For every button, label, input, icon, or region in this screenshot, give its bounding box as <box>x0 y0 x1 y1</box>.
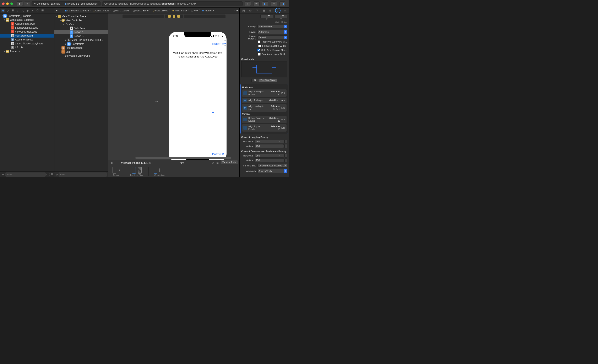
y-input[interactable]: 36▴▾ <box>274 14 287 18</box>
file-inspector-tab[interactable]: ▤ <box>241 8 246 13</box>
size-inspector-tab[interactable]: ▯ <box>275 8 281 13</box>
related-items-icon[interactable]: ⊞ <box>56 9 58 12</box>
inspector-body[interactable]: 76▴▾X 36▴▾Y Width Height ArrangePosition… <box>240 14 289 177</box>
edit-button[interactable]: Edit <box>281 118 285 121</box>
arrange-select[interactable]: Position View⇅ <box>257 25 287 28</box>
edit-button[interactable]: Edit <box>281 99 285 102</box>
x-input[interactable]: 76▴▾ <box>260 14 273 18</box>
canvas-multiline-label[interactable]: Multi-Line Text Label Filled With Some T… <box>172 51 224 58</box>
file-mainstoryboard[interactable]: ◫Main.storyboard <box>0 34 54 38</box>
attributes-inspector-tab[interactable]: ⊟ <box>268 8 272 13</box>
view-row[interactable]: ▼▢View <box>54 22 108 26</box>
toggle-inspector[interactable]: ◨ <box>280 1 286 6</box>
readable-checkbox[interactable] <box>258 45 261 47</box>
ambiguity-select[interactable]: Always Verify⇅ <box>257 169 287 173</box>
products-group[interactable]: ▶▬Products <box>0 49 54 53</box>
constraint-item-2[interactable]: ⊣ Align Trailing to:Multi-Line... Edit <box>242 98 287 103</box>
file-launchscreen[interactable]: ◫LaunchScreen.storyboard <box>0 41 54 45</box>
breakpoint-navigator-tab[interactable]: ⎔ <box>36 9 40 12</box>
seg-thissize[interactable]: This Size Class <box>258 79 277 82</box>
document-outline[interactable]: ▼▢View Controller Scene ▼◉View Controlle… <box>54 14 108 171</box>
constraint-item-5[interactable]: ⊤ Align Top to:Safe AreaEquals:13 Edit <box>242 124 287 132</box>
preserve-checkbox[interactable] <box>258 40 260 43</box>
constraint-item-4[interactable]: ⊥ Bottom Space to:Multi-Line...Equals:28… <box>242 116 287 123</box>
entrypoint-row[interactable]: →Storyboard Entry Point <box>54 54 108 58</box>
project-root[interactable]: ▼▣Constraints_Example <box>0 14 54 18</box>
constraint-item-3[interactable]: ⊢ Align Leading to:Safe Area>=Default Ed… <box>242 104 287 112</box>
hugging-v-input[interactable]: 250▾ <box>255 144 284 148</box>
seg-all[interactable]: All <box>251 79 258 82</box>
stepper[interactable]: ▴▾ <box>284 158 287 162</box>
recent-filter-icon[interactable] <box>47 173 50 176</box>
symbol-navigator-tab[interactable]: ☰ <box>11 9 15 12</box>
constraints-row[interactable]: ▶⊞Constraints <box>54 42 108 46</box>
compression-h-input[interactable]: 750▾ <box>255 154 284 158</box>
safearea-row[interactable]: ▣Safe Area <box>54 26 108 30</box>
canvas-button-b[interactable]: Button B <box>212 152 224 156</box>
test-navigator-tab[interactable]: ◆ <box>26 9 29 12</box>
help-inspector-tab[interactable]: ? <box>255 8 259 13</box>
issue-navigator-tab[interactable]: △ <box>21 9 25 12</box>
vc-row[interactable]: ▼◉View Controller <box>54 18 108 22</box>
safeguide-checkbox[interactable] <box>258 53 261 56</box>
project-tree[interactable]: ▼▣Constraints_Example ▼▬Constraints_Exam… <box>0 14 54 171</box>
stop-button[interactable]: ■ <box>24 1 30 6</box>
toggle-navigator[interactable]: ◧ <box>262 1 268 6</box>
navigator-filter-input[interactable] <box>5 172 46 177</box>
run-button[interactable]: ▶ <box>17 1 23 6</box>
interface-style-selector[interactable]: Interface Style <box>130 167 143 176</box>
stepper[interactable]: ▴▾ <box>284 144 287 148</box>
zoom-window[interactable] <box>10 2 13 5</box>
zoom-level[interactable]: 71% <box>179 162 184 164</box>
hugging-h-input[interactable]: 250▾ <box>255 140 284 143</box>
vary-for-traits-button[interactable]: Vary for Traits <box>220 160 238 164</box>
code-review-button[interactable]: ⇄ <box>253 1 259 6</box>
exit-row[interactable]: ↩Exit <box>54 50 108 54</box>
outline-filter-input[interactable] <box>58 172 107 177</box>
stepper[interactable]: ▴▾ <box>284 154 287 158</box>
firstresponder-row[interactable]: ▣First Responder <box>54 46 108 50</box>
constraint-item-1[interactable]: ⊣ Align Trailing to:Safe AreaEquals:20 E… <box>242 89 287 97</box>
history-inspector-tab[interactable]: ◷ <box>248 8 252 13</box>
file-appdelegate[interactable]: sAppDelegate.swift <box>0 22 54 26</box>
file-assets[interactable]: ▦Assets.xcassets <box>0 38 54 41</box>
minimize-window[interactable] <box>6 2 9 5</box>
zoom-out[interactable]: − <box>175 161 178 165</box>
add-button[interactable]: ＋ <box>1 172 5 177</box>
jump-bar[interactable]: ⊞ 〈 〉 ▣Constraints_Example〉 ▬Cons...ampl… <box>54 8 239 14</box>
canvas-scrollbar[interactable] <box>135 157 231 159</box>
file-infoplist[interactable]: iInfo.plist <box>0 45 54 49</box>
scene-row[interactable]: ▼▢View Controller Scene <box>54 14 108 18</box>
file-viewcontroller[interactable]: sViewController.swift <box>0 30 54 34</box>
zoom-in[interactable]: ＋ <box>186 161 190 165</box>
layout-select[interactable]: Automatic⇅ <box>257 30 287 34</box>
view-as-label[interactable]: View as: iPhone 11 (wC hR) <box>121 162 153 164</box>
device-frame[interactable]: 9:41 Button A <box>169 32 227 160</box>
edit-button[interactable]: Edit <box>281 107 285 109</box>
buttona-row[interactable]: BButton A <box>54 30 108 34</box>
file-scenedelegate[interactable]: sSceneDelegate.swift <box>0 26 54 30</box>
saferel-checkbox[interactable] <box>257 49 260 51</box>
source-control-tab[interactable]: ◇ <box>6 9 9 12</box>
adjust-editor-icon[interactable]: ≡ <box>234 9 235 12</box>
report-navigator-tab[interactable]: ☰ <box>41 9 44 12</box>
edit-button[interactable]: Edit <box>281 127 285 129</box>
back-button[interactable]: 〈 <box>58 9 61 12</box>
scheme-selector[interactable]: ✦ Constraints_Example 〉 ▮ iPhone SE (2nd… <box>32 1 100 6</box>
size-class-segment[interactable]: All This Size Class <box>241 79 287 82</box>
buttonb-row[interactable]: BButton B <box>54 34 108 38</box>
outline-toggle-icon[interactable]: ◧ <box>110 162 113 164</box>
margins-select[interactable]: Default⇅ <box>257 35 287 39</box>
identity-inspector-tab[interactable]: ▦ <box>262 8 266 13</box>
canvas[interactable]: → 9:41 Button A <box>108 19 239 160</box>
constraint-handle[interactable] <box>212 112 214 113</box>
close-window[interactable] <box>2 2 5 5</box>
constraints-preview[interactable] <box>241 61 287 77</box>
add-editor-icon[interactable]: ⊞ <box>236 9 238 12</box>
connections-inspector-tab[interactable]: ⊝ <box>283 8 287 13</box>
debug-navigator-tab[interactable]: ≡ <box>31 9 34 12</box>
device-selector[interactable]: ⇅ Device <box>113 167 120 176</box>
library-button[interactable]: ＋ <box>245 1 251 6</box>
orientation-selector[interactable]: Orientation <box>154 167 165 176</box>
forward-button[interactable]: 〉 <box>61 9 64 12</box>
